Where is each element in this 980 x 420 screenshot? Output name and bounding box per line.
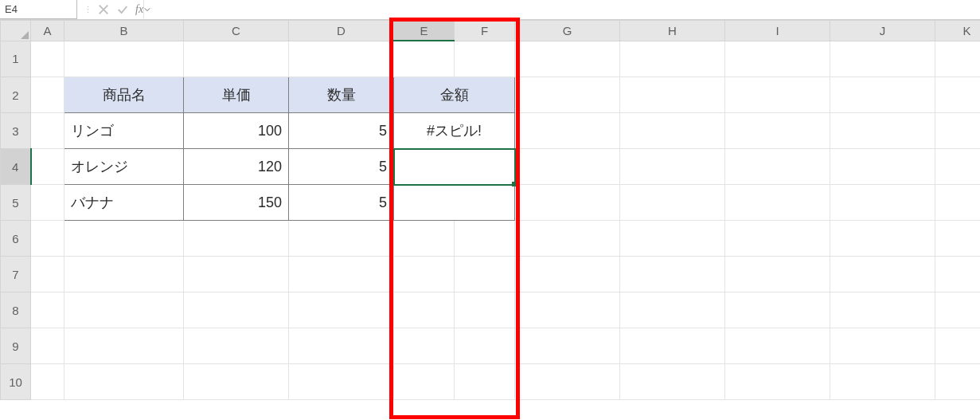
cell-D6[interactable] [289, 221, 394, 257]
cell-D9[interactable] [289, 328, 394, 364]
cell-E2[interactable]: 金額 [394, 77, 515, 113]
cell-I9[interactable] [725, 328, 830, 364]
cell-J3[interactable] [830, 113, 935, 149]
cell-A2[interactable] [31, 77, 64, 113]
cell-K2[interactable] [935, 77, 981, 113]
cell-A7[interactable] [31, 257, 64, 292]
cell-G10[interactable] [515, 364, 620, 400]
col-header-G[interactable]: G [515, 21, 620, 41]
enter-icon[interactable] [116, 3, 129, 16]
cell-K8[interactable] [935, 292, 981, 328]
cell-C2[interactable]: 単価 [184, 77, 289, 113]
fx-icon[interactable]: fx [135, 3, 143, 16]
cell-E6[interactable] [394, 221, 455, 257]
cell-G3[interactable] [515, 113, 620, 149]
cell-G1[interactable] [515, 41, 620, 77]
cell-F8[interactable] [455, 292, 515, 328]
cell-K4[interactable] [935, 149, 981, 185]
cell-K9[interactable] [935, 328, 981, 364]
cell-E4[interactable] [394, 149, 515, 185]
col-header-E[interactable]: E [394, 21, 455, 41]
cell-K1[interactable] [935, 41, 981, 77]
cell-G6[interactable] [515, 221, 620, 257]
row-header-5[interactable]: 5 [1, 185, 31, 221]
col-header-K[interactable]: K [935, 21, 981, 41]
cell-J2[interactable] [830, 77, 935, 113]
cell-C8[interactable] [184, 292, 289, 328]
cell-B5[interactable]: バナナ [64, 185, 184, 221]
name-box[interactable] [0, 0, 77, 19]
cell-I2[interactable] [725, 77, 830, 113]
cell-H6[interactable] [620, 221, 725, 257]
cell-F7[interactable] [455, 257, 515, 292]
cell-B1[interactable] [64, 41, 184, 77]
row-header-7[interactable]: 7 [1, 257, 31, 292]
cell-B2[interactable]: 商品名 [64, 77, 184, 113]
cell-F9[interactable] [455, 328, 515, 364]
cell-E10[interactable] [394, 364, 455, 400]
cell-H7[interactable] [620, 257, 725, 292]
cell-F1[interactable] [455, 41, 515, 77]
formula-input[interactable] [146, 0, 980, 19]
col-header-F[interactable]: F [455, 21, 515, 41]
cell-B3[interactable]: リンゴ [64, 113, 184, 149]
cell-J6[interactable] [830, 221, 935, 257]
cell-D3[interactable]: 5 [289, 113, 394, 149]
cell-grid[interactable]: A B C D E F G H I J K 1 [0, 20, 980, 400]
cell-B7[interactable] [64, 257, 184, 292]
row-header-8[interactable]: 8 [1, 292, 31, 328]
cell-C5[interactable]: 150 [184, 185, 289, 221]
cell-J7[interactable] [830, 257, 935, 292]
row-header-1[interactable]: 1 [1, 41, 31, 77]
cell-E5[interactable] [394, 185, 515, 221]
row-header-3[interactable]: 3 [1, 113, 31, 149]
cell-K5[interactable] [935, 185, 981, 221]
cell-A6[interactable] [31, 221, 64, 257]
cell-C3[interactable]: 100 [184, 113, 289, 149]
cell-F10[interactable] [455, 364, 515, 400]
cell-J4[interactable] [830, 149, 935, 185]
cell-I5[interactable] [725, 185, 830, 221]
cell-B9[interactable] [64, 328, 184, 364]
cell-A4[interactable] [31, 149, 64, 185]
cell-D2[interactable]: 数量 [289, 77, 394, 113]
cell-D7[interactable] [289, 257, 394, 292]
col-header-I[interactable]: I [725, 21, 830, 41]
cell-C9[interactable] [184, 328, 289, 364]
cancel-icon[interactable] [97, 3, 110, 16]
cell-C7[interactable] [184, 257, 289, 292]
cell-I1[interactable] [725, 41, 830, 77]
cell-E1[interactable] [394, 41, 455, 77]
cell-B4[interactable]: オレンジ [64, 149, 184, 185]
cell-I7[interactable] [725, 257, 830, 292]
cell-H1[interactable] [620, 41, 725, 77]
cell-H2[interactable] [620, 77, 725, 113]
cell-I10[interactable] [725, 364, 830, 400]
cell-B6[interactable] [64, 221, 184, 257]
cell-C4[interactable]: 120 [184, 149, 289, 185]
col-header-J[interactable]: J [830, 21, 935, 41]
cell-D5[interactable]: 5 [289, 185, 394, 221]
col-header-A[interactable]: A [31, 21, 64, 41]
row-header-6[interactable]: 6 [1, 221, 31, 257]
cell-D1[interactable] [289, 41, 394, 77]
cell-J10[interactable] [830, 364, 935, 400]
cell-E3[interactable]: #スピル! [394, 113, 515, 149]
cell-C1[interactable] [184, 41, 289, 77]
col-header-D[interactable]: D [289, 21, 394, 41]
cell-A10[interactable] [31, 364, 64, 400]
col-header-B[interactable]: B [64, 21, 184, 41]
worksheet[interactable]: A B C D E F G H I J K 1 [0, 20, 980, 420]
cell-A9[interactable] [31, 328, 64, 364]
cell-A8[interactable] [31, 292, 64, 328]
cell-D4[interactable]: 5 [289, 149, 394, 185]
cell-I6[interactable] [725, 221, 830, 257]
row-header-10[interactable]: 10 [1, 364, 31, 400]
cell-G7[interactable] [515, 257, 620, 292]
cell-K7[interactable] [935, 257, 981, 292]
cell-I8[interactable] [725, 292, 830, 328]
cell-A3[interactable] [31, 113, 64, 149]
cell-D10[interactable] [289, 364, 394, 400]
cell-H4[interactable] [620, 149, 725, 185]
cell-J9[interactable] [830, 328, 935, 364]
